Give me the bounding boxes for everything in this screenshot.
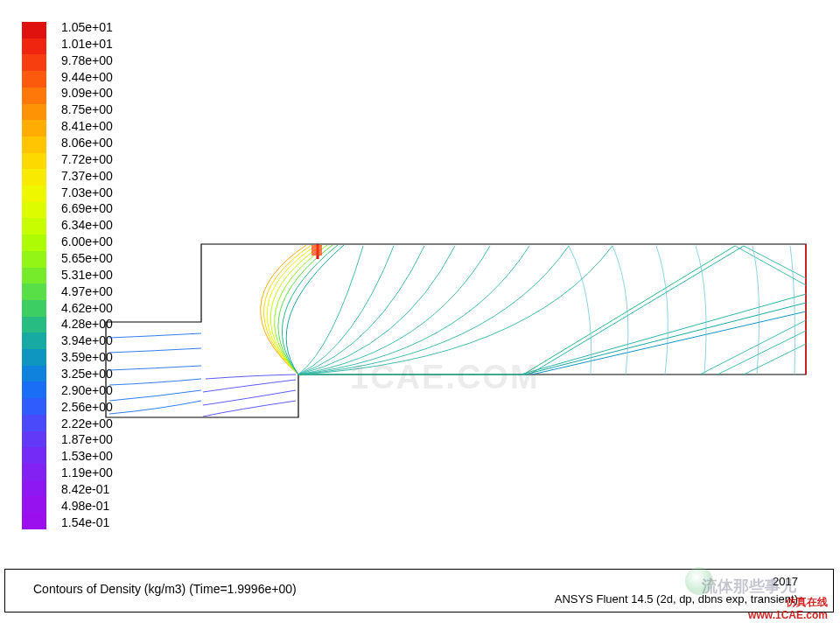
- legend-value: 8.42e-01: [61, 483, 113, 495]
- legend-value: 1.01e+01: [61, 38, 113, 50]
- colorbar-seg: [22, 120, 46, 136]
- colorbar-seg: [22, 513, 46, 529]
- top-hot-spot-fill: [312, 245, 322, 256]
- below-step: [203, 374, 296, 416]
- colorbar-seg: [22, 464, 46, 480]
- inlet-contours: [109, 333, 201, 414]
- caption-title: Contours of Density (kg/m3) (Time=1.9996…: [33, 582, 297, 596]
- legend-value: 4.98e-01: [61, 500, 113, 512]
- caption-date: 2017: [773, 575, 798, 588]
- expansion-fan: [298, 246, 612, 374]
- legend-value: 9.09e+00: [61, 87, 113, 99]
- legend-value: 8.75e+00: [61, 103, 113, 116]
- legend-value: 1.53e+00: [61, 450, 113, 462]
- colorbar-seg: [22, 382, 46, 398]
- colorbar-seg: [22, 153, 46, 170]
- colorbar-seg: [22, 71, 46, 88]
- second-reflection: [700, 246, 806, 374]
- colorbar-seg: [22, 54, 46, 71]
- legend-value: 6.34e+00: [61, 219, 113, 231]
- legend-value: 8.06e+00: [61, 136, 113, 149]
- reflected-shock: [298, 246, 806, 374]
- colorbar-seg: [22, 169, 46, 186]
- legend-value: 2.22e+00: [61, 417, 113, 430]
- caption-software: ANSYS Fluent 14.5 (2d, dp, dbns exp, tra…: [555, 592, 798, 606]
- legend-value: 7.03e+00: [61, 186, 113, 199]
- colorbar-seg: [22, 431, 46, 448]
- downstream-contours: [569, 246, 794, 374]
- colorbar-seg: [22, 415, 46, 431]
- legend-value: 8.41e+00: [61, 120, 113, 132]
- colorbar-seg: [22, 234, 46, 251]
- colorbar-seg: [22, 480, 46, 497]
- bow-shock: [261, 245, 344, 374]
- legend-value: 7.37e+00: [61, 170, 113, 182]
- colorbar-seg: [22, 218, 46, 234]
- contour-svg: [105, 243, 807, 418]
- legend-value: 1.87e+00: [61, 433, 113, 445]
- colorbar-seg: [22, 38, 46, 55]
- colorbar-seg: [22, 268, 46, 284]
- colorbar-seg: [22, 496, 46, 513]
- legend-value: 7.72e+00: [61, 153, 113, 165]
- colorbar-seg: [22, 300, 46, 317]
- colorbar-seg: [22, 22, 46, 38]
- colorbar-seg: [22, 186, 46, 202]
- legend-value: 9.78e+00: [61, 54, 113, 66]
- colorbar-seg: [22, 332, 46, 349]
- domain-outline: [106, 244, 806, 417]
- colorbar-seg: [22, 251, 46, 268]
- colorbar-seg: [22, 202, 46, 219]
- colorbar-seg: [22, 366, 46, 382]
- colorbar-seg: [22, 136, 46, 153]
- contour-plot: [105, 243, 807, 418]
- legend-value: 1.19e+00: [61, 466, 113, 479]
- legend-value: 9.44e+00: [61, 71, 113, 83]
- caption-box: Contours of Density (kg/m3) (Time=1.9996…: [4, 569, 834, 612]
- colorbar-seg: [22, 447, 46, 464]
- legend-value: 1.05e+01: [61, 21, 113, 33]
- colorbar-seg: [22, 284, 46, 300]
- colorbar-seg: [22, 398, 46, 415]
- legend-colorbar: [22, 22, 46, 529]
- legend: [22, 22, 46, 529]
- legend-value: 6.69e+00: [61, 202, 113, 214]
- colorbar-seg: [22, 317, 46, 333]
- colorbar-seg: [22, 349, 46, 366]
- legend-value: 1.54e-01: [61, 516, 113, 528]
- colorbar-seg: [22, 104, 46, 121]
- colorbar-seg: [22, 88, 46, 104]
